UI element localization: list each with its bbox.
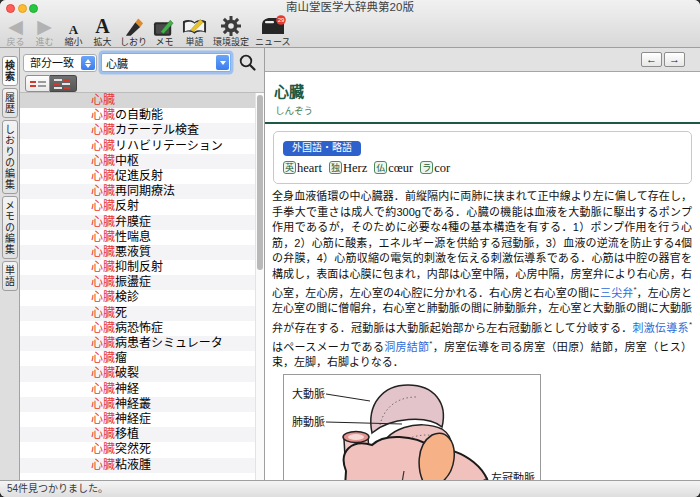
forward-icon: ▶ xyxy=(37,13,52,37)
list-item[interactable]: 心臓病恐怖症 xyxy=(20,321,264,336)
search-input[interactable] xyxy=(102,55,230,72)
search-button[interactable] xyxy=(239,54,256,75)
match-highlight: 心臓 xyxy=(91,290,115,304)
foreign-terms-badge: 外国語・略語 xyxy=(283,141,361,156)
match-highlight: 心臓 xyxy=(91,169,115,183)
wordbook-button[interactable]: 単語 xyxy=(180,12,209,47)
lang-fr-icon: 仏 xyxy=(374,161,387,174)
font-decrease-button[interactable]: A 縮小 xyxy=(60,12,87,47)
search-combo-arrow-icon[interactable] xyxy=(216,55,229,70)
list-item[interactable]: 心臓性喘息 xyxy=(20,230,264,245)
match-highlight: 心臓 xyxy=(91,230,115,244)
reference-mark: * xyxy=(689,320,692,329)
match-mode-select[interactable]: 部分一致 xyxy=(23,54,97,72)
foreign-word: cœur xyxy=(388,161,413,175)
back-button[interactable]: ◀ 戻る xyxy=(2,12,29,47)
match-highlight: 心臓 xyxy=(91,382,115,396)
match-highlight: 心臓 xyxy=(91,336,115,350)
match-highlight: 心臓 xyxy=(91,139,115,153)
list-item[interactable]: 心臓病患者シミュレータ xyxy=(20,336,264,351)
tab-memo-edit[interactable]: メモの編集 xyxy=(2,196,18,259)
match-highlight: 心臓 xyxy=(91,260,115,274)
entry-pager: ← → xyxy=(641,52,685,67)
match-highlight: 心臓 xyxy=(91,397,115,411)
list-item[interactable]: 心臓神経叢 xyxy=(20,397,264,412)
body-text: 全身血液循環の中心臓器．前縦隔内に両肺に挟まれて正中線より左に偏して存在し，手拳… xyxy=(272,190,692,299)
preferences-button[interactable]: 環境設定 xyxy=(211,12,251,47)
figure-label-pulmonary-artery: 肺動脈 xyxy=(292,415,325,428)
match-mode-value: 部分一致 xyxy=(30,57,74,69)
list-item[interactable]: 心臓再同期療法 xyxy=(20,184,264,199)
list-item[interactable]: 心臓カテーテル検査 xyxy=(20,123,264,138)
list-item[interactable]: 心臓抑制反射 xyxy=(20,260,264,275)
entry-title: 心臓 xyxy=(274,80,700,101)
match-highlight: 心臓 xyxy=(91,321,115,335)
forward-button[interactable]: ▶ 進む xyxy=(31,12,58,47)
toolbar-buttons: ◀ 戻る ▶ 進む A 縮小 A 拡大 xyxy=(2,12,293,47)
entry-link[interactable]: 三尖弁 xyxy=(600,287,633,299)
list-item[interactable]: 心臓検診 xyxy=(20,290,264,305)
entry-body: 全身血液循環の中心臓器．前縦隔内に両肺に挟まれて正中線より左に偏して存在し，手拳… xyxy=(272,189,692,370)
list-item[interactable]: 心臓の自動能 xyxy=(20,108,264,123)
list-item[interactable]: 心臓破裂 xyxy=(20,366,264,381)
news-button[interactable]: 29 ニュース xyxy=(253,12,293,47)
news-badge: 29 xyxy=(277,17,284,23)
entry-link[interactable]: 洞房結節 xyxy=(384,340,429,352)
lang-la-icon: ラ xyxy=(420,161,433,174)
list-item[interactable]: 心臓移植 xyxy=(20,427,264,442)
figure-label-left-coronary-artery: 左冠動脈 xyxy=(491,471,535,480)
memo-button[interactable]: メモ xyxy=(151,12,178,47)
figure-label-aorta: 大動脈 xyxy=(292,387,325,400)
list-item[interactable]: 心臓瘤 xyxy=(20,351,264,366)
tab-search[interactable]: 検索 xyxy=(2,56,18,86)
entry-topbar: ← → xyxy=(265,48,700,72)
list-item[interactable]: 心臓神経 xyxy=(20,382,264,397)
list-item[interactable]: 心臓リハビリテーション xyxy=(20,139,264,154)
list-item[interactable]: 心臓粘液腫 xyxy=(20,458,264,473)
list-item[interactable]: 心臓 xyxy=(20,93,264,108)
foreign-word: cor xyxy=(434,161,450,175)
tab-bookmark-edit[interactable]: しおりの編集 xyxy=(2,120,18,194)
app-window: 南山堂医学大辞典第20版 ◀ 戻る ▶ 進む A 縮小 A 拡大 xyxy=(0,0,700,497)
bookmark-button[interactable]: しおり xyxy=(118,12,149,47)
match-highlight: 心臓 xyxy=(91,93,115,107)
tab-wordbook[interactable]: 単語 xyxy=(2,261,18,291)
font-increase-button[interactable]: A 拡大 xyxy=(89,12,116,47)
list-item[interactable]: 心臓促進反射 xyxy=(20,169,264,184)
list-item[interactable]: 心臓突然死 xyxy=(20,442,264,457)
entry-reading: しんぞう xyxy=(275,103,700,117)
list-item[interactable]: 心臓弁膜症 xyxy=(20,215,264,230)
match-highlight: 心臓 xyxy=(91,306,115,320)
book-icon xyxy=(182,13,207,37)
title-divider xyxy=(265,122,700,124)
prev-entry-button[interactable]: ← xyxy=(641,52,662,67)
entry-panel: ← → 心臓 しんぞう 外国語・略語 英heart独Herz仏cœurラcor … xyxy=(265,48,700,480)
font-decrease-icon: A xyxy=(69,13,78,37)
entry-link[interactable]: 刺激伝導系 xyxy=(633,321,689,333)
match-highlight: 心臓 xyxy=(91,275,115,289)
scrollbar-thumb[interactable] xyxy=(257,95,263,270)
match-highlight: 心臓 xyxy=(91,215,115,229)
sidebar-tabstrip: 検索 履歴 しおりの編集 メモの編集 単語 xyxy=(0,48,20,480)
list-item[interactable]: 心臓悪液質 xyxy=(20,245,264,260)
search-field xyxy=(101,53,231,72)
search-panel: 部分一致 xyxy=(20,48,265,480)
match-highlight: 心臓 xyxy=(91,199,115,213)
foreign-word: Herz xyxy=(343,161,367,175)
list-view-simple-toggle[interactable] xyxy=(25,75,50,92)
match-highlight: 心臓 xyxy=(91,412,115,426)
next-entry-button[interactable]: → xyxy=(664,52,685,67)
lang-en-icon: 英 xyxy=(283,161,296,174)
list-item[interactable]: 心臓反射 xyxy=(20,199,264,214)
match-highlight: 心臓 xyxy=(91,427,115,441)
match-highlight: 心臓 xyxy=(91,184,115,198)
results-scrollbar[interactable] xyxy=(255,93,264,480)
list-item[interactable]: 心臓神経症 xyxy=(20,412,264,427)
list-view-detail-toggle[interactable] xyxy=(50,75,77,92)
results-list: 心臓心臓の自動能心臓カテーテル検査心臓リハビリテーション心臓中枢心臓促進反射心臓… xyxy=(20,92,264,480)
tab-history[interactable]: 履歴 xyxy=(2,88,18,118)
list-item[interactable]: 心臓振盪症 xyxy=(20,275,264,290)
list-item[interactable]: 心臓死 xyxy=(20,306,264,321)
list-item[interactable]: 心臓中枢 xyxy=(20,154,264,169)
foreign-word: heart xyxy=(297,161,322,175)
